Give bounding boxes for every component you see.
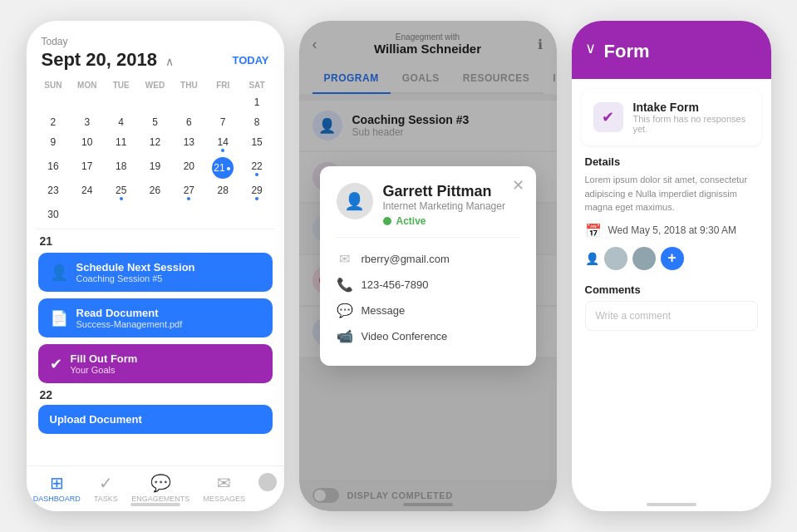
calendar-events: 👤 Schedule Next Session Coaching Session…: [27, 253, 284, 383]
document-icon: 📄: [50, 309, 68, 328]
home-indicator: [130, 503, 180, 506]
messages-icon: ✉: [217, 473, 231, 493]
add-person-button[interactable]: +: [661, 247, 684, 270]
modal-overlay[interactable]: ✕ 👤 Garrett Pittman Internet Marketing M…: [299, 21, 557, 511]
check-icon: ✔: [50, 355, 62, 373]
form-header: ∨ Form: [572, 21, 771, 79]
section-22: 22: [27, 383, 284, 405]
phone-calendar: Today Sept 20, 2018 ∧ TODAY SUN MON TUE …: [27, 21, 284, 511]
video-label: Video Conference: [362, 330, 448, 342]
event-schedule[interactable]: 👤 Schedule Next Session Coaching Session…: [38, 253, 273, 292]
calendar-icon: 📅: [585, 223, 602, 239]
email-icon: ✉: [337, 251, 353, 267]
engagements-icon: 💬: [150, 473, 171, 493]
form-details: Details Lorem ipsum dolor sit amet, cons…: [572, 155, 771, 214]
day-mon: MON: [70, 81, 104, 90]
person-avatar-1: [604, 247, 627, 270]
details-label: Details: [585, 155, 758, 168]
modal-user-title: Internet Marketing Manager: [383, 200, 505, 212]
intake-check-icon: ✔: [593, 102, 623, 132]
comment-input[interactable]: Write a comment: [585, 301, 758, 331]
event-title-read: Read Document: [76, 307, 261, 319]
day-headers: SUN MON TUE WED THU FRI SAT: [37, 81, 274, 90]
video-icon: 📹: [337, 328, 353, 344]
message-row[interactable]: 💬 Message: [337, 298, 519, 323]
phone-value: 123-456-7890: [362, 278, 429, 291]
nav-tasks[interactable]: ✓ TASKS: [94, 473, 118, 503]
event-sub-read: Success-Management.pdf: [76, 319, 261, 329]
nav-dashboard[interactable]: ⊞ DASHBOARD: [33, 473, 81, 503]
calendar-date: Sept 20, 2018: [42, 49, 157, 70]
email-row[interactable]: ✉ rberry@gmail.com: [337, 246, 519, 272]
dashboard-icon: ⊞: [50, 473, 64, 493]
nav-messages-label: MESSAGES: [203, 495, 245, 503]
date-row: 📅 Wed May 5, 2018 at 9:30 AM: [572, 214, 771, 247]
intake-sub: This form has no responses yet.: [633, 114, 750, 134]
phone-icon: 📞: [337, 277, 353, 293]
intake-name: Intake Form: [633, 101, 750, 114]
calendar-grid: SUN MON TUE WED THU FRI SAT 1: [27, 74, 284, 224]
nav-dashboard-label: DASHBOARD: [33, 495, 81, 503]
nav-tasks-label: TASKS: [94, 495, 118, 503]
form-title: Form: [604, 41, 650, 62]
tasks-icon: ✓: [99, 473, 113, 493]
phone-row[interactable]: 📞 123-456-7890: [337, 272, 519, 298]
day-sat: SAT: [240, 81, 274, 90]
people-icon: 👤: [585, 252, 599, 265]
today-label: Today: [42, 36, 269, 47]
calendar-weeks: 1 2 3 4 5 6 7 8 9 10 11 12: [37, 93, 274, 224]
intake-card[interactable]: ✔ Intake Form This form has no responses…: [582, 89, 761, 145]
nav-profile[interactable]: [258, 473, 277, 503]
chevron-down-icon[interactable]: ∨: [585, 39, 596, 57]
nav-engagements-label: ENGAGEMENTS: [131, 495, 189, 503]
today-button[interactable]: TODAY: [232, 54, 268, 66]
email-value: rberry@gmail.com: [362, 253, 450, 265]
phone-engagement: ‹ Enagegment with William Schneider ℹ PR…: [299, 21, 557, 511]
day-wed: WED: [138, 81, 172, 90]
section-21: 21: [27, 234, 284, 253]
contact-modal: ✕ 👤 Garrett Pittman Internet Marketing M…: [320, 166, 536, 366]
message-label: Message: [362, 304, 406, 317]
event-sub-form: Your Goals: [71, 365, 261, 375]
status-label: Active: [396, 215, 426, 227]
today-cell[interactable]: 21: [212, 157, 234, 179]
date-value: Wed May 5, 2018 at 9:30 AM: [608, 224, 737, 236]
people-row: 👤 +: [572, 247, 771, 278]
modal-avatar: 👤: [337, 183, 373, 219]
event-title-form: Fill Out Form: [71, 352, 261, 365]
status-dot: [383, 217, 391, 225]
close-button[interactable]: ✕: [512, 176, 524, 195]
modal-user-name: Garrett Pittman: [383, 183, 505, 200]
details-text: Lorem ipsum dolor sit amet, consectetur …: [585, 173, 758, 214]
home-indicator-3: [647, 503, 696, 506]
event-title: Schedule Next Session: [76, 261, 261, 273]
nav-engagements[interactable]: 💬 ENGAGEMENTS: [131, 473, 189, 503]
phone-form: ∨ Form ✔ Intake Form This form has no re…: [572, 21, 771, 511]
event-sub: Coaching Session #5: [76, 273, 261, 283]
people-icon: 👤: [50, 264, 68, 282]
calendar-header: Today Sept 20, 2018 ∧ TODAY: [27, 21, 284, 74]
event-read[interactable]: 📄 Read Document Success-Management.pdf: [38, 298, 273, 337]
event-partial[interactable]: Upload Document: [38, 405, 273, 434]
video-row[interactable]: 📹 Video Conference: [337, 323, 519, 349]
person-avatar-2: [632, 247, 656, 270]
message-icon: 💬: [337, 303, 353, 318]
event-form[interactable]: ✔ Fill Out Form Your Goals: [38, 344, 273, 383]
day-tue: TUE: [104, 81, 138, 90]
comments-label: Comments: [572, 278, 771, 301]
day-fri: FRI: [206, 81, 240, 90]
date-chevron-icon: ∧: [165, 55, 174, 68]
day-sun: SUN: [37, 81, 71, 90]
day-thu: THU: [172, 81, 206, 90]
nav-messages[interactable]: ✉ MESSAGES: [203, 473, 245, 503]
profile-avatar: [258, 473, 277, 491]
